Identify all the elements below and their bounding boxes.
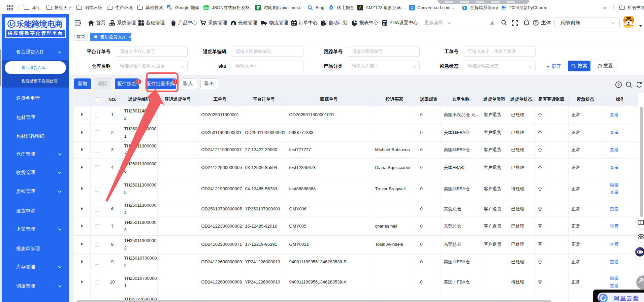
svg-text:A: A xyxy=(359,5,362,10)
svg-text:C: C xyxy=(411,6,414,10)
svg-text:E: E xyxy=(12,23,14,26)
svg-text:?: ? xyxy=(617,83,620,87)
svg-text:文: 文 xyxy=(169,7,172,10)
svg-text:JSON: JSON xyxy=(204,7,209,9)
svg-text:?: ? xyxy=(535,21,537,25)
svg-text:好运虎: 好运虎 xyxy=(624,26,633,29)
